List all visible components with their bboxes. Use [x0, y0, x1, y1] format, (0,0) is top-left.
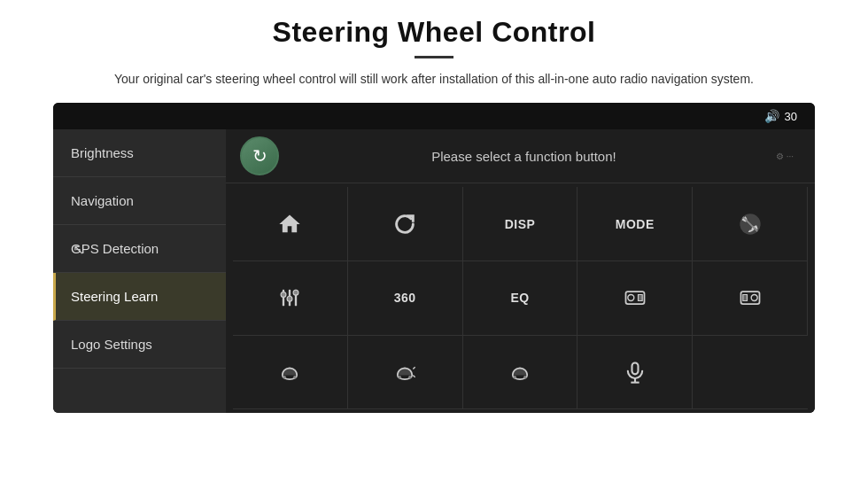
- grid-cell-tune[interactable]: [233, 261, 348, 336]
- grid-cell-home[interactable]: [233, 187, 348, 261]
- svg-point-17: [408, 376, 412, 379]
- title-divider: [415, 56, 453, 58]
- disp-label: DISP: [505, 217, 536, 231]
- sidebar-item-navigation[interactable]: Navigation: [53, 177, 226, 225]
- svg-point-7: [293, 291, 298, 296]
- grid-cell-car-top-3[interactable]: [463, 336, 578, 410]
- button-grid: DISP MODE: [226, 183, 815, 413]
- grid-cell-back[interactable]: [348, 187, 463, 261]
- eq-label: EQ: [510, 291, 529, 305]
- cursor-icon: ↖: [73, 240, 84, 257]
- 360-label: 360: [394, 291, 416, 305]
- mode-label: MODE: [616, 217, 655, 231]
- svg-point-5: [281, 292, 286, 298]
- speaker-icon: 🔊: [764, 109, 779, 123]
- page-subtitle: Your original car's steering wheel contr…: [114, 69, 754, 89]
- page-wrapper: Steering Wheel Control Your original car…: [0, 0, 868, 482]
- grid-cell-360[interactable]: 360: [348, 261, 463, 336]
- grid-cell-car-top-2[interactable]: [348, 336, 463, 410]
- svg-point-16: [399, 376, 402, 379]
- right-panel: ↻ Please select a function button! ⚙ ···: [226, 129, 815, 413]
- grid-cell-eq[interactable]: EQ: [463, 261, 578, 336]
- grid-cell-mode[interactable]: MODE: [577, 187, 693, 261]
- grid-cell-phone-slash[interactable]: [693, 187, 808, 261]
- top-bar: 🔊 30: [53, 103, 815, 129]
- refresh-button[interactable]: ↻: [240, 136, 279, 175]
- svg-point-6: [287, 297, 292, 302]
- main-content: Brightness Navigation ↖ GPS Detection St…: [53, 129, 815, 413]
- top-right-dots: ⚙ ···: [769, 152, 801, 161]
- grid-cell-disp[interactable]: DISP: [463, 187, 578, 261]
- page-title: Steering Wheel Control: [273, 16, 596, 49]
- device-frame: 🔊 30 Brightness Navigation ↖ GPS Detecti…: [53, 103, 815, 413]
- function-top: ↻ Please select a function button! ⚙ ···: [226, 129, 815, 183]
- sidebar-item-gps[interactable]: ↖ GPS Detection: [53, 225, 226, 273]
- refresh-icon: ↻: [252, 145, 267, 167]
- svg-point-20: [523, 376, 527, 379]
- svg-point-14: [293, 376, 297, 379]
- svg-point-13: [283, 376, 287, 379]
- grid-cell-car-top-1[interactable]: [233, 336, 348, 410]
- grid-cell-mic[interactable]: [577, 336, 693, 410]
- sidebar-item-logo[interactable]: Logo Settings: [53, 321, 226, 369]
- svg-rect-21: [632, 363, 638, 375]
- svg-point-19: [513, 376, 516, 379]
- volume-value: 30: [785, 110, 797, 123]
- svg-point-11: [751, 295, 757, 301]
- sidebar-item-brightness[interactable]: Brightness: [53, 129, 226, 177]
- svg-point-9: [628, 295, 634, 301]
- sidebar-item-steering-learn[interactable]: Steering Learn: [53, 273, 226, 321]
- grid-cell-car-cam-1[interactable]: [577, 261, 693, 336]
- volume-area: 🔊 30: [764, 109, 797, 123]
- grid-cell-empty: [693, 336, 808, 410]
- function-prompt: Please select a function button!: [293, 149, 755, 164]
- sidebar: Brightness Navigation ↖ GPS Detection St…: [53, 129, 226, 413]
- grid-cell-car-cam-2[interactable]: [693, 261, 808, 336]
